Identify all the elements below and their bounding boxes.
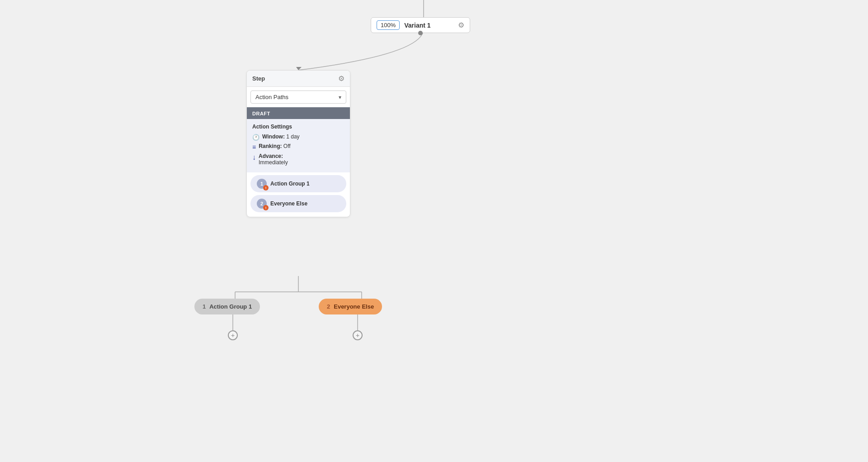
- step-card: Step ⚙ Action Paths ▾ DRAFT Action Setti…: [246, 70, 350, 217]
- connections-svg: [0, 0, 868, 462]
- advance-text: Advance:Immediately: [259, 153, 288, 166]
- ranking-icon: ≡: [252, 143, 256, 151]
- ranking-text: Ranking: Off: [259, 143, 290, 149]
- action-settings: Action Settings 🕐 Window: 1 day ≡ Rankin…: [247, 119, 350, 172]
- setting-advance: ↓ Advance:Immediately: [252, 153, 344, 166]
- draft-label: DRAFT: [252, 111, 270, 116]
- branch-node-1[interactable]: 1 Action Group 1: [194, 299, 260, 314]
- variant-gear-icon[interactable]: ⚙: [458, 21, 464, 29]
- action-settings-title: Action Settings: [252, 124, 344, 130]
- step-title: Step: [252, 75, 265, 82]
- variant-dot: [418, 31, 423, 35]
- advance-icon: ↓: [252, 153, 256, 162]
- step-gear-icon[interactable]: ⚙: [338, 74, 344, 83]
- canvas: 100% Variant 1 ⚙ Step ⚙ Action Paths ▾ D…: [0, 0, 868, 462]
- plus-2-icon: +: [356, 332, 359, 339]
- branch-2-label: Everyone Else: [334, 303, 374, 310]
- group-2-num-wrap: 2 !: [257, 199, 267, 209]
- variant-label: Variant 1: [404, 22, 453, 29]
- clock-icon: 🕐: [252, 134, 259, 141]
- group-1-warn-icon: !: [263, 185, 269, 191]
- step-dropdown-label: Action Paths: [255, 94, 288, 100]
- action-group-1-button[interactable]: 1 ! Action Group 1: [250, 175, 346, 192]
- group-2-warn-icon: !: [263, 205, 269, 210]
- step-dropdown[interactable]: Action Paths ▾: [250, 90, 346, 104]
- draft-bar: DRAFT: [247, 107, 350, 119]
- group-2-name: Everyone Else: [270, 200, 307, 207]
- step-header: Step ⚙: [247, 71, 350, 87]
- variant-node: 100% Variant 1 ⚙: [371, 17, 470, 33]
- svg-marker-1: [296, 67, 302, 70]
- setting-ranking: ≡ Ranking: Off: [252, 143, 344, 151]
- group-1-name: Action Group 1: [270, 181, 310, 187]
- branch-node-2[interactable]: 2 Everyone Else: [319, 299, 382, 314]
- branch-1-num: 1: [203, 303, 206, 310]
- window-text: Window: 1 day: [262, 133, 300, 140]
- action-group-2-button[interactable]: 2 ! Everyone Else: [250, 195, 346, 212]
- group-1-num-wrap: 1 !: [257, 179, 267, 189]
- branch-1-label: Action Group 1: [209, 303, 252, 310]
- add-branch-2-button[interactable]: +: [353, 330, 363, 340]
- plus-1-icon: +: [231, 332, 235, 339]
- variant-percent: 100%: [377, 20, 400, 30]
- setting-window: 🕐 Window: 1 day: [252, 133, 344, 141]
- add-branch-1-button[interactable]: +: [228, 330, 238, 340]
- branch-2-num: 2: [327, 303, 330, 310]
- chevron-down-icon: ▾: [339, 94, 341, 100]
